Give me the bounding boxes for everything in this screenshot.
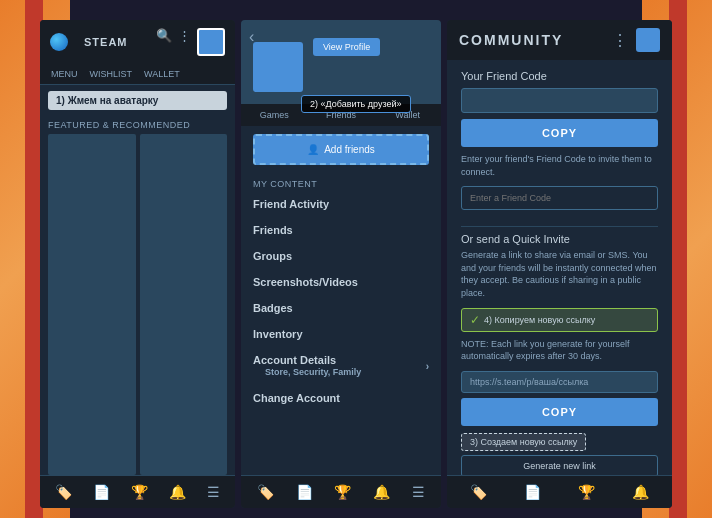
friend-code-input[interactable]	[461, 88, 658, 113]
invite-link-display: https://s.team/p/ваша/ссылка	[461, 371, 658, 393]
add-friends-label: Add friends	[324, 144, 375, 155]
person-icon: 👤	[307, 144, 319, 155]
bottom-nav-bell-icon[interactable]: 🔔	[169, 484, 186, 500]
mid-bottom-tag-icon[interactable]: 🏷️	[257, 484, 274, 500]
middle-bottom-nav: 🏷️ 📄 🏆 🔔 ☰	[241, 475, 441, 508]
list-item-badges[interactable]: Badges	[241, 295, 441, 321]
tooltip-avatar: 1) Жмем на аватарку	[48, 91, 227, 110]
tooltip-generate-link: 3) Создаем новую ссылку	[461, 433, 586, 451]
steam-logo-circle	[50, 33, 68, 51]
enter-friend-code-input[interactable]	[461, 186, 658, 210]
nav-wallet[interactable]: WALLET	[138, 64, 186, 84]
steam-icons: 🔍 ⋮	[156, 28, 225, 56]
list-item-screenshots[interactable]: Screenshots/Videos	[241, 269, 441, 295]
profile-header: View Profile 2) «Добавить друзей»	[241, 20, 441, 104]
view-profile-button[interactable]: View Profile	[313, 38, 380, 56]
profile-actions: View Profile	[313, 32, 380, 56]
mid-bottom-trophy-icon[interactable]: 🏆	[334, 484, 351, 500]
tab-games[interactable]: Games	[241, 104, 308, 126]
expire-text: NOTE: Each link you generate for yoursel…	[461, 338, 658, 363]
divider	[461, 226, 658, 227]
bottom-nav-menu-icon[interactable]: ☰	[207, 484, 220, 500]
community-header: COMMUNITY ⋮	[447, 20, 672, 60]
friend-code-label: Your Friend Code	[461, 70, 658, 82]
copy-friend-code-button[interactable]: COPY	[461, 119, 658, 147]
comm-bottom-tag-icon[interactable]: 🏷️	[470, 484, 487, 500]
profile-avatar	[253, 42, 303, 92]
right-panel: COMMUNITY ⋮ Your Friend Code COPY Enter …	[447, 20, 672, 508]
comm-bottom-doc-icon[interactable]: 📄	[524, 484, 541, 500]
account-details-group: Account Details Store, Security, Family	[253, 354, 373, 378]
featured-img-1	[48, 134, 136, 475]
nav-wishlist[interactable]: WISHLIST	[84, 64, 139, 84]
featured-label: FEATURED & RECOMMENDED	[40, 116, 235, 134]
more-icon[interactable]: ⋮	[178, 28, 191, 56]
list-item-change-account[interactable]: Change Account	[241, 385, 441, 411]
arrow-icon: ›	[426, 361, 429, 372]
tooltip-copy-link: ✓ 4) Копируем новую ссылку	[461, 308, 658, 332]
comm-bottom-bell-icon[interactable]: 🔔	[632, 484, 649, 500]
list-item-inventory[interactable]: Inventory	[241, 321, 441, 347]
back-button[interactable]: ‹	[249, 28, 254, 46]
content-list: Friend Activity Friends Groups Screensho…	[241, 191, 441, 475]
account-details-sub: Store, Security, Family	[253, 366, 373, 378]
community-avatar	[636, 28, 660, 52]
steam-title: STEAM	[84, 36, 128, 48]
community-bottom-nav: 🏷️ 📄 🏆 🔔	[447, 475, 672, 508]
featured-img-2	[140, 134, 228, 475]
mid-bottom-bell-icon[interactable]: 🔔	[373, 484, 390, 500]
quick-invite-desc: Generate a link to share via email or SM…	[461, 249, 658, 299]
mid-bottom-menu-icon[interactable]: ☰	[412, 484, 425, 500]
steam-header: STEAM 🔍 ⋮	[40, 20, 235, 64]
bottom-nav-tag-icon[interactable]: 🏷️	[55, 484, 72, 500]
community-title: COMMUNITY	[459, 32, 563, 48]
tooltip-add-friends: 2) «Добавить друзей»	[301, 95, 411, 113]
left-bottom-nav: 🏷️ 📄 🏆 🔔 ☰	[40, 475, 235, 508]
featured-images	[40, 134, 235, 475]
community-more-icon[interactable]: ⋮	[612, 31, 628, 50]
tooltip4-text: 4) Копируем новую ссылку	[484, 315, 595, 325]
bottom-nav-trophy-icon[interactable]: 🏆	[131, 484, 148, 500]
add-friends-button[interactable]: 👤 Add friends	[253, 134, 429, 165]
list-item-friend-activity[interactable]: Friend Activity	[241, 191, 441, 217]
list-item-groups[interactable]: Groups	[241, 243, 441, 269]
steam-logo	[50, 33, 78, 51]
community-controls: ⋮	[612, 28, 660, 52]
nav-tabs: MENU WISHLIST WALLET	[40, 64, 235, 85]
main-container: STEAM 🔍 ⋮ MENU WISHLIST WALLET 1) Жмем н…	[40, 20, 672, 508]
community-content: Your Friend Code COPY Enter your friend'…	[447, 60, 672, 475]
my-content-label: MY CONTENT	[241, 173, 441, 191]
bottom-nav-doc-icon[interactable]: 📄	[93, 484, 110, 500]
list-item-friends[interactable]: Friends	[241, 217, 441, 243]
generate-new-link-button[interactable]: Generate new link	[461, 455, 658, 475]
nav-menu[interactable]: MENU	[45, 64, 84, 84]
mid-bottom-doc-icon[interactable]: 📄	[296, 484, 313, 500]
friend-code-helper: Enter your friend's Friend Code to invit…	[461, 153, 658, 178]
search-icon[interactable]: 🔍	[156, 28, 172, 56]
middle-panel: ‹ View Profile 2) «Добавить друзей» Game…	[241, 20, 441, 508]
comm-bottom-trophy-icon[interactable]: 🏆	[578, 484, 595, 500]
quick-invite-title: Or send a Quick Invite	[461, 233, 658, 245]
avatar[interactable]	[197, 28, 225, 56]
list-item-account[interactable]: Account Details Store, Security, Family …	[241, 347, 441, 385]
account-details-label: Account Details	[253, 354, 373, 366]
check-icon: ✓	[470, 313, 480, 327]
left-panel: STEAM 🔍 ⋮ MENU WISHLIST WALLET 1) Жмем н…	[40, 20, 235, 508]
copy-invite-link-button[interactable]: COPY	[461, 398, 658, 426]
